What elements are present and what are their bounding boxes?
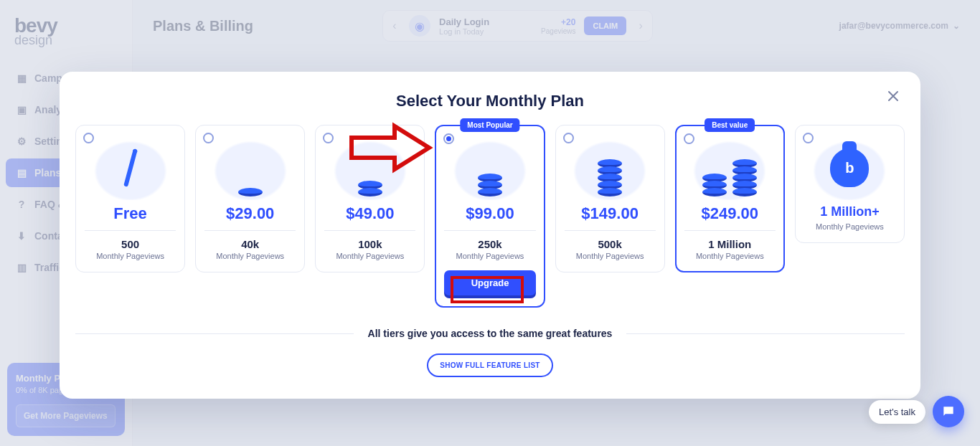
plan-49[interactable]: $49.00 100k Monthly Pageviews xyxy=(315,125,425,272)
plan-price: Free xyxy=(113,204,146,223)
plan-metric: 500 xyxy=(121,238,139,250)
chat-pill[interactable]: Let's talk xyxy=(869,400,925,424)
coins-stack-icon xyxy=(447,136,533,200)
plan-million-plus[interactable]: b 1 Million+ Monthly Pageviews xyxy=(795,125,905,243)
divider xyxy=(75,333,354,334)
plan-metric-sub: Monthly Pageviews xyxy=(456,252,524,260)
plan-list: Free 500 Monthly Pageviews $29.00 40k Mo… xyxy=(75,125,905,308)
plan-metric: 100k xyxy=(358,238,382,250)
divider xyxy=(626,333,905,334)
features-text: All tiers give you access to the same gr… xyxy=(368,328,613,339)
best-value-badge: Best value xyxy=(705,118,755,132)
modal-overlay: Select Your Monthly Plan Free 500 Monthl… xyxy=(0,0,980,446)
svg-line-0 xyxy=(113,151,146,184)
coins-multi-icon xyxy=(687,136,773,200)
plan-metric: 250k xyxy=(478,238,501,250)
plan-249[interactable]: Best value $249.00 1 Million Monthly Pag… xyxy=(675,125,785,272)
plan-price: 1 Million+ xyxy=(820,204,880,219)
plan-metric-sub: Monthly Pageviews xyxy=(96,252,164,260)
modal-title: Select Your Monthly Plan xyxy=(75,92,905,110)
chat-icon xyxy=(941,404,956,419)
plan-metric-sub: Monthly Pageviews xyxy=(576,252,644,260)
coins-icon xyxy=(327,136,413,200)
plan-modal: Select Your Monthly Plan Free 500 Monthl… xyxy=(60,72,920,399)
plan-price: $99.00 xyxy=(466,204,514,223)
coins-tall-icon xyxy=(567,136,653,200)
chat-widget: Let's talk xyxy=(869,396,964,427)
show-features-button[interactable]: SHOW FULL FEATURE LIST xyxy=(427,354,553,377)
plan-free[interactable]: Free 500 Monthly Pageviews xyxy=(75,125,185,272)
chat-button[interactable] xyxy=(933,396,964,427)
plan-metric: 40k xyxy=(241,238,259,250)
plan-metric: 500k xyxy=(598,238,621,250)
plan-metric-sub: Monthly Pageviews xyxy=(696,252,764,260)
wand-icon xyxy=(88,136,174,200)
plan-metric-sub: Monthly Pageviews xyxy=(216,252,284,260)
plan-price: $49.00 xyxy=(346,204,394,223)
upgrade-button[interactable]: Upgrade xyxy=(444,270,535,295)
plan-metric: 1 Million xyxy=(708,238,751,250)
plan-149[interactable]: $149.00 500k Monthly Pageviews xyxy=(555,125,665,272)
close-icon[interactable] xyxy=(885,87,902,105)
plan-99[interactable]: Most Popular $99.00 250k Monthly Pagevie… xyxy=(435,125,545,308)
plan-metric-sub: Monthly Pageviews xyxy=(336,252,404,260)
plan-metric-sub: Monthly Pageviews xyxy=(816,222,884,231)
plan-29[interactable]: $29.00 40k Monthly Pageviews xyxy=(195,125,305,272)
plan-price: $249.00 xyxy=(702,204,759,223)
money-bag-icon: b xyxy=(806,136,892,200)
coin-icon xyxy=(207,136,293,200)
most-popular-badge: Most Popular xyxy=(460,118,519,132)
plan-price: $29.00 xyxy=(226,204,274,223)
plan-price: $149.00 xyxy=(581,204,639,223)
